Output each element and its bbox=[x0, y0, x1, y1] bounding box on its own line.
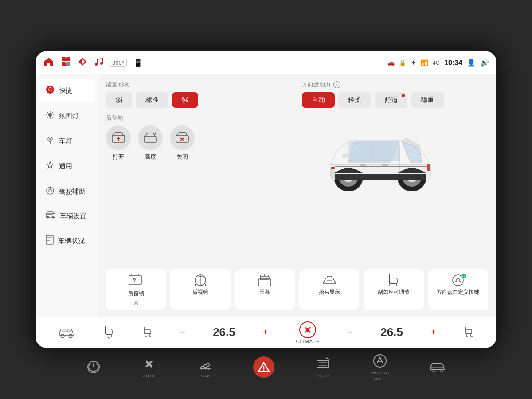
climate-fan-icon bbox=[299, 321, 317, 339]
volume-icon[interactable]: 🔊 bbox=[480, 59, 489, 67]
steering-assist-section: 方向盘助力 i 自动 轻柔 舒适 稳重 bbox=[302, 81, 488, 110]
home-icon[interactable] bbox=[43, 56, 55, 70]
trunk-open-btn[interactable]: 打开 bbox=[106, 125, 131, 161]
climate-label: CLIMATE bbox=[296, 339, 320, 344]
climate-left-car bbox=[59, 326, 74, 339]
steering-custom-btn[interactable]: 方向盘自定义按键 bbox=[428, 269, 488, 310]
temp-right-decrease[interactable]: − bbox=[348, 327, 353, 337]
degree-badge[interactable]: 360° bbox=[110, 59, 127, 67]
sidebar-item-vehicle-status[interactable]: 车辆状况 bbox=[39, 229, 95, 253]
trunk-height-label: 高度 bbox=[145, 153, 156, 161]
svg-rect-44 bbox=[349, 142, 371, 161]
trunk-close-btn[interactable]: 关闭 bbox=[170, 125, 195, 161]
climate-left-seat-heat[interactable] bbox=[102, 325, 115, 340]
svg-point-8 bbox=[48, 113, 52, 117]
hazard-btn[interactable] bbox=[253, 356, 274, 378]
svg-line-61 bbox=[260, 275, 261, 276]
sidebar-label-general: 通用 bbox=[59, 162, 72, 171]
lock-icon: 🔒 bbox=[399, 59, 406, 66]
temp-right-display: 26.5 bbox=[380, 325, 403, 339]
lights-icon bbox=[46, 136, 55, 147]
mirror-btn[interactable]: 后视镜 bbox=[170, 269, 230, 310]
driving-mode-label2: MODE bbox=[374, 377, 387, 381]
sunroof-label: 天幕 bbox=[259, 289, 270, 296]
driving-mode-btn[interactable]: DRIVING MODE bbox=[371, 353, 389, 381]
temp-right-increase[interactable]: + bbox=[430, 327, 436, 337]
svg-rect-48 bbox=[331, 167, 335, 169]
svg-point-71 bbox=[462, 276, 463, 277]
rear-defrost-btn[interactable]: REAR bbox=[315, 356, 331, 378]
sidebar-item-general[interactable]: 通用 bbox=[39, 155, 95, 178]
sidebar-label-vehicle-settings: 车辆设置 bbox=[60, 212, 86, 220]
energy-standard-btn[interactable]: 标准 bbox=[136, 92, 168, 108]
climate-center[interactable]: CLIMATE bbox=[296, 321, 320, 344]
sidebar-item-quick[interactable]: C 快捷 bbox=[39, 79, 95, 102]
sidebar-item-driving-assist[interactable]: 驾驶辅助 bbox=[39, 180, 95, 203]
defrost-max-btn[interactable]: MAX bbox=[197, 356, 213, 378]
svg-line-15 bbox=[47, 117, 48, 118]
user-icon[interactable]: 👤 bbox=[467, 59, 476, 67]
rear-defrost-label: REAR bbox=[317, 374, 329, 378]
climate-car-icon bbox=[59, 326, 74, 339]
svg-point-5 bbox=[100, 62, 103, 65]
top-bar-left: 360° 📱 bbox=[43, 56, 387, 70]
music-icon[interactable] bbox=[94, 57, 103, 69]
steering-custom-label: 方向盘自定义按键 bbox=[437, 289, 479, 296]
sidebar: C 快捷 氛围灯 车灯 bbox=[36, 74, 98, 317]
trunk-section: 后备箱 bbox=[106, 114, 289, 161]
rear-lock-sublabel: 关 bbox=[133, 299, 138, 306]
svg-point-27 bbox=[52, 216, 55, 219]
steering-auto-btn[interactable]: 自动 bbox=[302, 92, 335, 108]
parking-btn[interactable] bbox=[430, 361, 446, 373]
fan-auto-icon bbox=[141, 356, 157, 372]
steering-comfort-btn[interactable]: 舒适 bbox=[375, 92, 407, 108]
apps-icon[interactable] bbox=[61, 56, 71, 70]
steering-soft-btn[interactable]: 轻柔 bbox=[338, 92, 371, 108]
energy-strong-btn[interactable]: 强 bbox=[172, 92, 198, 108]
phone-icon[interactable]: 📱 bbox=[133, 58, 143, 68]
4g-icon: 4G bbox=[433, 60, 440, 66]
sidebar-label-ambient: 氛围灯 bbox=[59, 112, 79, 120]
info-icon[interactable]: i bbox=[333, 81, 340, 88]
energy-weak-btn[interactable]: 弱 bbox=[106, 92, 132, 108]
trunk-height-icon-circle bbox=[138, 125, 163, 150]
navigation-icon[interactable] bbox=[78, 57, 87, 69]
svg-rect-28 bbox=[46, 235, 53, 244]
fan-auto-btn[interactable]: AUTO bbox=[141, 356, 157, 378]
hazard-icon bbox=[258, 361, 270, 373]
general-icon bbox=[46, 161, 55, 172]
energy-recovery-section: 能量回收 弱 标准 强 bbox=[106, 81, 289, 108]
trunk-label: 后备箱 bbox=[106, 114, 289, 122]
trunk-close-icon-circle bbox=[170, 125, 195, 150]
sidebar-item-vehicle-settings[interactable]: 车辆设置 bbox=[39, 205, 95, 227]
power-btn[interactable] bbox=[86, 360, 101, 374]
sidebar-item-ambient[interactable]: 氛围灯 bbox=[39, 104, 95, 128]
hud-btn[interactable]: 抬头显示 bbox=[299, 269, 359, 310]
sidebar-item-lights[interactable]: 车灯 bbox=[39, 129, 95, 153]
svg-rect-33 bbox=[144, 136, 156, 142]
sidebar-label-vehicle-status: 车辆状况 bbox=[58, 237, 85, 245]
svg-line-16 bbox=[52, 112, 53, 113]
svg-point-73 bbox=[61, 334, 64, 338]
rear-lock-label: 后窗锁 bbox=[128, 290, 144, 297]
mirror-icon bbox=[192, 274, 208, 287]
temp-left-decrease[interactable]: − bbox=[180, 327, 185, 337]
time-display: 10:34 bbox=[444, 59, 462, 67]
trunk-height-btn[interactable]: 高度 bbox=[138, 125, 163, 161]
svg-rect-51 bbox=[382, 164, 388, 166]
climate-bar: − 26.5 + CLIMATE − 26. bbox=[36, 317, 496, 348]
sunroof-btn[interactable]: 天幕 bbox=[235, 269, 295, 310]
steering-stable-btn[interactable]: 稳重 bbox=[411, 92, 444, 108]
sidebar-label-driving-assist: 驾驶辅助 bbox=[59, 188, 86, 196]
screen: 360° 📱 🚗 🔒 ✦ 📶 4G 10:34 👤 🔊 bbox=[36, 51, 496, 348]
trunk-open-label: 打开 bbox=[113, 153, 124, 161]
steering-assist-label: 方向盘助力 i bbox=[302, 81, 488, 89]
passenger-seat-btn[interactable]: 副驾座椅调节 bbox=[364, 269, 423, 310]
left-controls: 能量回收 弱 标准 强 后备箱 bbox=[106, 81, 289, 191]
temp-left-increase[interactable]: + bbox=[263, 327, 268, 337]
rear-lock-btn[interactable]: 后窗锁 关 bbox=[106, 269, 166, 310]
vehicle-settings-icon bbox=[46, 211, 55, 221]
screen-frame: 360° 📱 🚗 🔒 ✦ 📶 4G 10:34 👤 🔊 bbox=[33, 49, 499, 350]
trunk-close-label: 关闭 bbox=[176, 153, 188, 161]
right-seat-icon bbox=[464, 326, 473, 339]
